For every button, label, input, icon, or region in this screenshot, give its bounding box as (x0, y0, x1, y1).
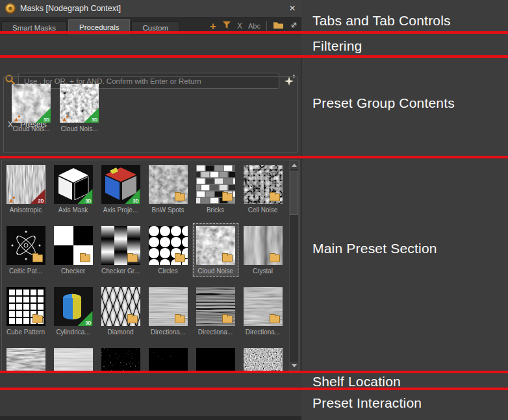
preset-item[interactable]: 3D Cloud Nois... (56, 80, 103, 135)
preset-thumbnail (6, 348, 45, 371)
preset-item[interactable] (240, 345, 286, 371)
preset-label: Cylindrica... (56, 328, 90, 336)
preset-label: Checker (61, 267, 85, 275)
section-divider-line (0, 371, 508, 373)
preset-thumbnail (244, 348, 283, 371)
preset-label: Checker Gr... (101, 267, 140, 275)
preset-item[interactable]: BnW Spots (145, 162, 192, 216)
preset-item[interactable]: 3DAxis Proje... (97, 162, 144, 216)
preset-item[interactable]: Bricks (192, 162, 239, 216)
preset-thumbnail: 3D (60, 84, 99, 123)
close-icon[interactable]: × (289, 2, 296, 15)
preset-thumbnail: 2D (6, 165, 45, 204)
preset-item[interactable]: Directiona... (145, 284, 192, 338)
preset-item[interactable] (97, 345, 144, 371)
preset-item[interactable] (145, 345, 192, 371)
preset-thumbnail (196, 287, 235, 326)
preset-item[interactable]: 3DCylindrica... (50, 284, 97, 338)
preset-item[interactable]: 3DAxis Mask (50, 162, 97, 216)
preset-item[interactable] (192, 345, 239, 371)
triangle-up-icon (292, 164, 297, 167)
preset-thumbnail: 3D (12, 84, 51, 123)
title-bar: Masks [Nodegraph Context] × (0, 0, 301, 18)
procedural-icon (14, 113, 21, 120)
preset-interaction-row: ♨ ↻ (0, 390, 301, 420)
folder-badge (222, 193, 233, 201)
preset-label: Axis Mask (58, 206, 88, 214)
preset-label: Directiona... (151, 328, 185, 336)
add-tab-icon[interactable]: + (210, 21, 216, 31)
preset-item[interactable]: Checker Gr... (97, 223, 144, 277)
triangle-down-icon (292, 364, 297, 367)
annotation-label: Preset Group Contents (312, 95, 455, 111)
toolbar-separator (266, 21, 267, 31)
preset-group-header: X Presets (0, 58, 301, 75)
mari-logo-icon (5, 3, 16, 14)
preset-label: Circles (158, 267, 178, 275)
scroll-up-button[interactable] (290, 161, 298, 170)
preset-item[interactable]: Checker (50, 223, 97, 277)
preset-item[interactable] (3, 345, 49, 371)
preset-thumbnail (196, 165, 235, 204)
procedural-icon (62, 113, 69, 120)
masks-panel: Masks [Nodegraph Context] × Smart MasksP… (0, 0, 301, 420)
preset-item[interactable]: Cube Pattern (3, 284, 49, 338)
preset-item[interactable] (50, 345, 97, 371)
preset-item[interactable]: Directiona... (240, 284, 286, 338)
folder-badge (270, 315, 280, 323)
preset-thumbnail (149, 348, 188, 371)
vertical-scrollbar[interactable] (289, 160, 299, 371)
preset-group-contents: 3D Cloud Nois... 3D Cloud Nois... (3, 76, 298, 153)
procedural-icon (8, 194, 16, 201)
preset-item[interactable]: Crystal (240, 223, 286, 277)
abc-text-icon[interactable]: Abc (248, 21, 260, 31)
expand-panel-icon[interactable] (290, 21, 298, 31)
preset-thumbnail (244, 165, 283, 204)
preset-item[interactable]: Cell Noise (240, 162, 286, 216)
preset-item[interactable]: Circles (145, 223, 192, 277)
scrollbar-thumb[interactable] (290, 171, 298, 215)
preset-label: Cube Pattern (6, 328, 45, 336)
preset-label: Crystal (253, 267, 273, 275)
preset-thumbnail (101, 226, 140, 265)
folder-badge (222, 315, 233, 323)
preset-item[interactable]: 2D Anisotropic (3, 162, 49, 216)
preset-item[interactable]: Cloud Noise (192, 223, 239, 277)
preset-thumbnail: 3D (54, 165, 93, 204)
preset-item[interactable]: Celtic Pat... (3, 223, 49, 277)
annotation-label: Preset Interaction (312, 395, 422, 411)
folder-badge (270, 254, 280, 262)
preset-item[interactable]: Directiona... (192, 284, 239, 338)
screenshot-stage: Masks [Nodegraph Context] × Smart MasksP… (0, 0, 508, 420)
scroll-down-button[interactable] (290, 361, 298, 370)
preset-label: Bricks (207, 206, 224, 214)
preset-label: Cloud Nois... (60, 125, 97, 132)
preset-label: Cell Noise (248, 206, 278, 214)
preset-thumbnail (54, 226, 93, 265)
folder-badge (127, 254, 138, 262)
section-divider-line (0, 55, 508, 58)
folder-icon[interactable] (273, 21, 284, 31)
folder-badge (175, 254, 185, 262)
clear-filter-icon[interactable]: X (237, 21, 242, 31)
preset-label: Anisotropic (10, 206, 42, 214)
preset-item[interactable]: 3D Cloud Nois... (8, 80, 55, 135)
preset-item[interactable]: Diamond (97, 284, 144, 338)
preset-thumbnail (101, 287, 140, 326)
preset-thumbnail (54, 348, 93, 371)
folder-badge (32, 315, 43, 323)
preset-label: BnW Spots (151, 206, 184, 214)
preset-thumbnail (196, 226, 235, 265)
preset-thumbnail: 3D (101, 165, 140, 204)
filter-funnel-icon[interactable] (222, 21, 231, 31)
preset-thumbnail (196, 348, 235, 371)
preset-label: Directiona... (246, 328, 280, 336)
preset-thumbnail (244, 287, 283, 326)
preset-thumbnail (149, 287, 188, 326)
folder-badge (80, 254, 90, 262)
annotation-label: Tabs and Tab Controls (312, 13, 451, 29)
preset-label: Axis Proje... (103, 206, 138, 214)
section-divider-line (0, 156, 508, 158)
folder-badge (127, 315, 138, 323)
preset-label: Cloud Noise (197, 267, 233, 275)
